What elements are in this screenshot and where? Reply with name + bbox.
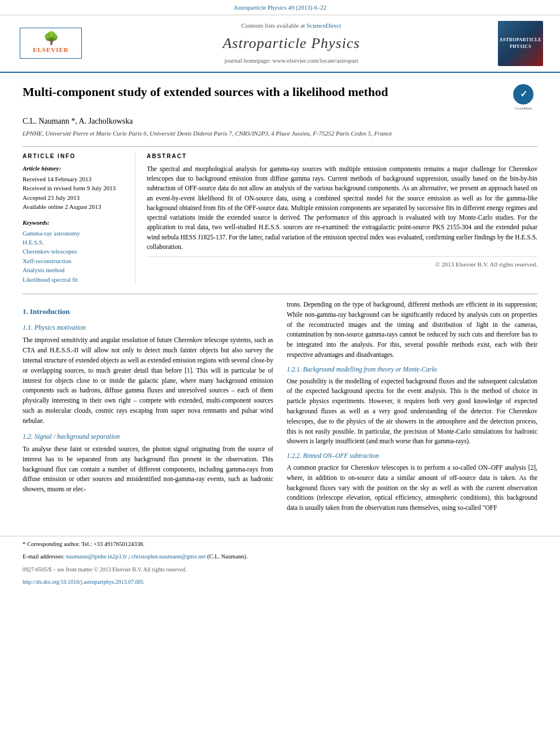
article-title: Multi-component study of extended source… (23, 84, 504, 101)
abstract-text: The spectral and morphological analysis … (147, 164, 537, 252)
subsubsection-1-2-2-heading: 1.2.2. Binned ON–OFF subtraction (287, 451, 537, 461)
article-meta-row: ARTICLE INFO Article history: Received 1… (23, 152, 537, 285)
journal-header: 🌳 ELSEVIER Contents lists available at S… (0, 15, 560, 73)
body-right-col: trons. Depending on the type of backgrou… (287, 300, 537, 513)
received-revised-date: Received in revised form 9 July 2013 (23, 184, 126, 193)
available-date: Available online 2 August 2013 (23, 202, 126, 212)
body-left-col: 1. Introduction 1.1. Physics motivation … (23, 300, 273, 513)
accepted-date: Accepted 23 July 2013 (23, 193, 126, 203)
footnote-star: * Corresponding author. Tel.: +33 491765… (23, 540, 537, 549)
sciencedirect-link[interactable]: ScienceDirect (307, 22, 342, 29)
crossmark-icon: ✓ (513, 84, 533, 104)
journal-name: Astroparticle Physics (90, 33, 492, 54)
elsevier-tree-icon: 🌳 (43, 32, 59, 45)
subsubsection-1-2-1-heading: 1.2.1. Background modelling from theory … (287, 365, 537, 374)
email-link-2[interactable]: christopher.naumann@gmx.net (132, 553, 206, 560)
keyword-1: Gamma-ray astronomy (23, 229, 126, 238)
elsevier-logo: 🌳 ELSEVIER (20, 28, 82, 59)
keyword-5: Analysis method (23, 266, 126, 274)
subsection-1-2-heading: 1.2. Signal / background separation (23, 432, 273, 442)
article-content: Multi-component study of extended source… (0, 73, 560, 525)
journal-header-right: ASTROPARTICLE PHYSICS (492, 21, 549, 66)
keyword-2: H.E.S.S. (23, 238, 126, 247)
body-divider (23, 294, 537, 294)
journal-homepage: journal homepage: www.elsevier.com/locat… (90, 56, 492, 65)
journal-top-bar: Astroparticle Physics 49 (2013) 6–22 (0, 0, 560, 15)
journal-logo-box: ASTROPARTICLE PHYSICS (498, 21, 543, 66)
body-para-2: To analyse these faint or extended sourc… (23, 444, 273, 495)
article-history: Article history: Received 14 February 20… (23, 164, 126, 212)
page: Astroparticle Physics 49 (2013) 6–22 🌳 E… (0, 0, 560, 747)
email-label: E-mail addresses: (23, 553, 64, 560)
right-para-3: A common practice for Cherenkov telescop… (287, 463, 537, 513)
footer-doi: http://dx.doi.org/10.1016/j.astropartphy… (23, 578, 537, 587)
keyword-4: Xeff-reconstruction (23, 257, 126, 265)
keywords-title: Keywords: (23, 219, 126, 228)
received-date: Received 14 February 2013 (23, 174, 126, 184)
history-title: Article history: (23, 164, 126, 173)
right-para-1: trons. Depending on the type of backgrou… (287, 300, 537, 360)
subsection-1-1-heading: 1.1. Physics motivation (23, 323, 273, 333)
body-para-1: The improved sensitivity and angular res… (23, 335, 273, 426)
crossmark-logo: ✓ CrossMark (509, 84, 537, 111)
right-para-2: One possibility is the modelling of expe… (287, 377, 537, 447)
journal-header-center: Contents lists available at ScienceDirec… (90, 21, 492, 65)
page-footer: * Corresponding author. Tel.: +33 491765… (0, 536, 560, 592)
abstract-title: ABSTRACT (147, 152, 537, 161)
article-info-col: ARTICLE INFO Article history: Received 1… (23, 152, 135, 285)
issn-text: 0927-6505/$ – see front matter © 2013 El… (23, 566, 187, 574)
contents-available: Contents lists available at ScienceDirec… (90, 21, 492, 30)
section-divider (23, 146, 537, 147)
doi-link[interactable]: http://dx.doi.org/10.1016/j.astropartphy… (23, 578, 144, 587)
copyright-line: © 2013 Elsevier B.V. All rights reserved… (147, 256, 537, 269)
keyword-3: Cherenkov telescopes (23, 247, 126, 256)
email-link-1[interactable]: naumann@lpnhe.in2p3.fr (66, 553, 127, 560)
article-authors: C.L. Naumann *, A. Jacholkowska (23, 116, 537, 127)
footer-bottom: 0927-6505/$ – see front matter © 2013 El… (23, 566, 537, 574)
article-title-section: Multi-component study of extended source… (23, 84, 537, 111)
keyword-6: Likelihood spectral fit (23, 276, 126, 284)
footnote-email: E-mail addresses: naumann@lpnhe.in2p3.fr… (23, 552, 537, 561)
article-info-title: ARTICLE INFO (23, 152, 126, 161)
journal-citation: Astroparticle Physics 49 (2013) 6–22 (234, 4, 326, 11)
elsevier-brand: ELSEVIER (33, 46, 69, 55)
section-1-heading: 1. Introduction (23, 307, 273, 317)
article-affiliation: LPNHE, Université Pierre et Marie Curie … (23, 129, 537, 138)
crossmark-text: CrossMark (514, 106, 532, 111)
body-columns: 1. Introduction 1.1. Physics motivation … (23, 300, 537, 513)
abstract-col: ABSTRACT The spectral and morphological … (147, 152, 537, 285)
keywords-section: Keywords: Gamma-ray astronomy H.E.S.S. C… (23, 219, 126, 284)
journal-header-left: 🌳 ELSEVIER (11, 28, 90, 59)
